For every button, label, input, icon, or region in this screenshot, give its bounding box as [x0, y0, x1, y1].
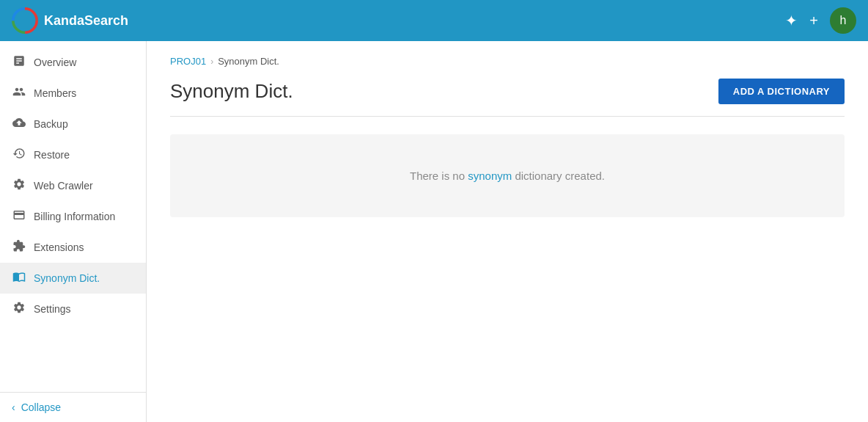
main-content: PROJ01 › Synonym Dict. Synonym Dict. ADD… [147, 41, 868, 422]
restore-icon [12, 147, 26, 163]
extensions-icon [12, 239, 26, 255]
sidebar-label-settings: Settings [34, 303, 71, 315]
collapse-label: Collapse [21, 401, 61, 413]
members-icon [12, 85, 26, 101]
web-crawler-icon [12, 178, 26, 194]
page-title: Synonym Dict. [170, 80, 293, 103]
sidebar-collapse[interactable]: ‹ Collapse [0, 392, 146, 422]
sidebar-label-backup: Backup [34, 118, 68, 130]
sidebar-item-restore[interactable]: Restore [0, 139, 146, 170]
sidebar-item-web-crawler[interactable]: Web Crawler [0, 170, 146, 201]
highlight-synonym: synonym [468, 170, 512, 182]
logo-icon [12, 7, 38, 34]
empty-state-text: There is no synonym dictionary created. [205, 170, 809, 182]
sidebar-nav: Overview Members Backup [0, 41, 146, 392]
sidebar-label-billing: Billing Information [34, 211, 115, 222]
sidebar-label-members: Members [34, 87, 76, 99]
breadcrumb-current: Synonym Dict. [218, 56, 279, 67]
header-right: ✦ + h [785, 7, 856, 34]
sidebar: Overview Members Backup [0, 41, 147, 422]
sidebar-label-synonym-dict: Synonym Dict. [34, 272, 100, 284]
app-name: KandaSearch [44, 13, 128, 29]
puzzle-icon[interactable]: ✦ [785, 12, 798, 29]
sidebar-label-restore: Restore [34, 149, 70, 161]
sidebar-item-settings[interactable]: Settings [0, 294, 146, 324]
empty-state: There is no synonym dictionary created. [170, 134, 845, 217]
breadcrumb-separator: › [210, 57, 213, 67]
sidebar-label-extensions: Extensions [34, 241, 84, 253]
settings-icon [12, 301, 26, 317]
sidebar-item-synonym-dict[interactable]: Synonym Dict. [0, 263, 146, 294]
plus-icon[interactable]: + [809, 12, 818, 29]
sidebar-item-extensions[interactable]: Extensions [0, 232, 146, 263]
page-header: Synonym Dict. ADD A DICTIONARY [170, 79, 845, 117]
layout: Overview Members Backup [0, 41, 868, 422]
sidebar-item-overview[interactable]: Overview [0, 47, 146, 78]
sidebar-item-backup[interactable]: Backup [0, 109, 146, 139]
sidebar-label-web-crawler: Web Crawler [34, 180, 93, 192]
breadcrumb: PROJ01 › Synonym Dict. [170, 56, 845, 67]
backup-icon [12, 116, 26, 132]
breadcrumb-project[interactable]: PROJ01 [170, 56, 206, 67]
add-dictionary-button[interactable]: ADD A DICTIONARY [718, 79, 845, 104]
collapse-arrow-icon: ‹ [12, 401, 15, 413]
top-header: KandaSearch ✦ + h [0, 0, 868, 41]
synonym-dict-icon [12, 270, 26, 286]
billing-icon [12, 208, 26, 225]
sidebar-item-billing[interactable]: Billing Information [0, 201, 146, 232]
user-avatar[interactable]: h [830, 7, 856, 34]
logo-area: KandaSearch [12, 7, 128, 34]
overview-icon [12, 54, 26, 70]
sidebar-item-members[interactable]: Members [0, 78, 146, 109]
sidebar-label-overview: Overview [34, 57, 76, 68]
